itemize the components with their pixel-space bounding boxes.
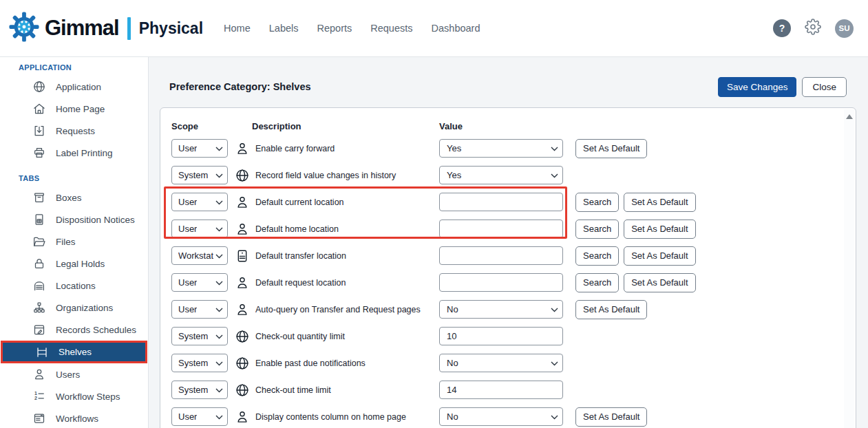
table-row: UserDefault request locationSearchSet As… — [171, 269, 835, 296]
row-actions: SearchSet As Default — [575, 193, 696, 212]
value-input[interactable] — [439, 327, 563, 345]
scope-value: User — [178, 304, 197, 314]
sidebar-item-locations[interactable]: Locations — [0, 275, 148, 297]
scope-select[interactable]: User — [171, 273, 228, 292]
sidebar-item-workflows[interactable]: Workflows — [0, 407, 148, 428]
value-input[interactable] — [439, 246, 563, 265]
sidebar-item-shelves[interactable]: Shelves — [3, 343, 145, 361]
scope-select[interactable]: User — [171, 220, 228, 238]
sidebar-item-label: Files — [56, 237, 76, 247]
row-actions: Set As Default — [575, 139, 647, 158]
sidebar-item-users[interactable]: Users — [0, 363, 148, 385]
set-as-default-button[interactable]: Set As Default — [575, 407, 647, 427]
globe-icon — [235, 168, 250, 183]
main-nav: HomeLabelsReportsRequestsDashboard — [203, 23, 498, 34]
sidebar-item-label: Home Page — [56, 104, 105, 114]
nav-home[interactable]: Home — [224, 23, 251, 34]
value-input[interactable] — [439, 220, 563, 238]
scope-select[interactable]: User — [171, 300, 228, 319]
scrollbar[interactable] — [844, 109, 854, 428]
search-button[interactable]: Search — [575, 220, 619, 239]
person-icon — [235, 302, 250, 317]
chevron-down-icon — [551, 173, 558, 178]
preference-description: Record field value changes in history — [255, 171, 439, 180]
row-actions: Set As Default — [575, 407, 647, 427]
set-as-default-button[interactable]: Set As Default — [575, 300, 647, 319]
scope-select[interactable]: System — [171, 327, 228, 345]
globe-icon — [235, 383, 250, 398]
avatar[interactable]: SU — [835, 19, 854, 38]
scope-select[interactable]: Workstation — [171, 246, 228, 265]
set-as-default-button[interactable]: Set As Default — [624, 220, 695, 239]
table-row: SystemEnable past due notificationsNo — [171, 350, 835, 376]
settings-button[interactable] — [804, 19, 822, 37]
scope-value: System — [178, 385, 208, 395]
sidebar-section-label: TABS — [0, 164, 148, 186]
scope-select[interactable]: User — [171, 139, 228, 158]
title-actions: Save Changes Close — [718, 77, 847, 97]
globe-icon — [32, 80, 46, 94]
save-changes-button[interactable]: Save Changes — [718, 77, 797, 97]
sidebar-item-records-schedules[interactable]: Records Schedules — [0, 319, 148, 341]
preference-description: Display contents column on home page — [255, 412, 439, 422]
body-row: APPLICATIONApplicationHome PageRequestsL… — [0, 57, 868, 428]
title-row: Preference Category: Shelves Save Change… — [169, 77, 847, 96]
value-input[interactable] — [439, 273, 563, 292]
set-as-default-button[interactable]: Set As Default — [624, 273, 695, 292]
table-row: SystemCheck-out quantity limit — [171, 323, 835, 350]
value-input[interactable] — [439, 193, 563, 211]
sidebar-item-label: Label Printing — [56, 148, 113, 158]
sidebar-item-requests[interactable]: Requests — [0, 120, 148, 142]
sidebar: APPLICATIONApplicationHome PageRequestsL… — [0, 57, 149, 428]
column-header-value: Value — [439, 121, 835, 131]
set-as-default-button[interactable]: Set As Default — [575, 139, 647, 158]
scope-value: User — [178, 143, 197, 153]
chevron-down-icon — [215, 415, 223, 420]
sidebar-item-organizations[interactable]: Organizations — [0, 297, 148, 319]
value-text: No — [447, 411, 458, 422]
sidebar-item-legal-holds[interactable]: Legal Holds — [0, 253, 148, 275]
scope-select[interactable]: User — [171, 193, 228, 211]
sidebar-item-boxes[interactable]: Boxes — [0, 186, 148, 208]
value-select[interactable]: No — [439, 407, 563, 426]
scroll-up-arrow-icon[interactable] — [846, 114, 853, 119]
nav-requests[interactable]: Requests — [370, 23, 412, 34]
home-icon — [32, 102, 46, 116]
sidebar-item-label: Workflows — [56, 414, 98, 424]
value-select[interactable]: No — [439, 300, 563, 319]
search-button[interactable]: Search — [575, 273, 619, 292]
nav-dashboard[interactable]: Dashboard — [432, 23, 480, 34]
value-select[interactable]: No — [439, 354, 563, 372]
main-content: Preference Category: Shelves Save Change… — [149, 57, 868, 428]
set-as-default-button[interactable]: Set As Default — [624, 246, 695, 266]
close-button[interactable]: Close — [802, 77, 847, 97]
help-button[interactable]: ? — [773, 19, 791, 37]
archive-shelter-icon — [32, 279, 46, 292]
sidebar-item-label-printing[interactable]: Label Printing — [0, 142, 148, 164]
value-input[interactable] — [439, 381, 563, 399]
sidebar-item-label: Users — [56, 370, 80, 380]
value-select[interactable]: Yes — [439, 139, 563, 158]
value-select[interactable]: Yes — [439, 166, 563, 184]
preferences-table: ScopeDescriptionValue UserEnable carry f… — [160, 108, 856, 428]
search-button[interactable]: Search — [575, 246, 619, 266]
table-row: SystemCheck-out time limit — [171, 376, 835, 403]
sidebar-item-home-page[interactable]: Home Page — [0, 98, 148, 120]
set-as-default-button[interactable]: Set As Default — [624, 193, 695, 212]
nav-labels[interactable]: Labels — [269, 23, 299, 34]
table-row: UserDisplay contents column on home page… — [171, 403, 835, 428]
question-mark-icon: ? — [779, 23, 785, 34]
column-header-description: Description — [252, 121, 439, 131]
sidebar-item-disposition-notices[interactable]: Disposition Notices — [0, 208, 148, 231]
sidebar-item-application[interactable]: Application — [0, 76, 148, 98]
search-button[interactable]: Search — [575, 193, 619, 212]
nav-reports[interactable]: Reports — [317, 23, 352, 34]
sidebar-item-files[interactable]: Files — [0, 231, 148, 253]
value-text: No — [447, 304, 458, 314]
scope-select[interactable]: System — [171, 354, 228, 372]
sidebar-item-label: Records Schedules — [56, 325, 136, 335]
scope-select[interactable]: System — [171, 166, 228, 184]
scope-select[interactable]: User — [171, 407, 228, 426]
scope-select[interactable]: System — [171, 381, 228, 399]
sidebar-item-workflow-steps[interactable]: 12Workflow Steps — [0, 385, 148, 407]
